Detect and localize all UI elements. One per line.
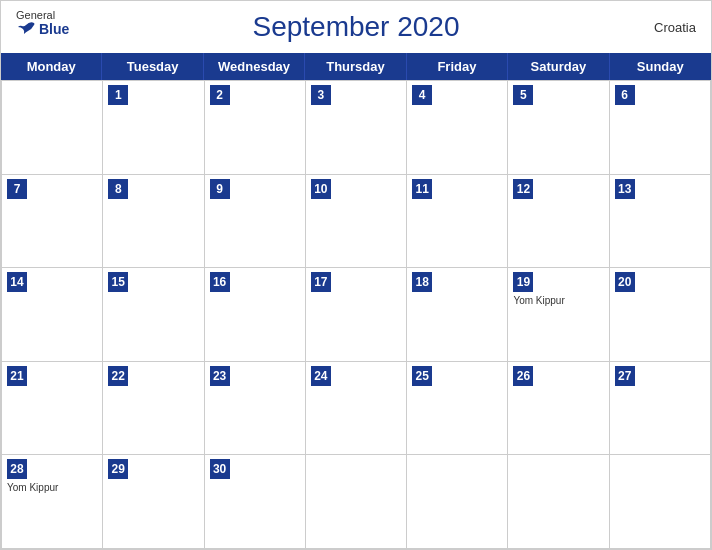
- cell-number: 3: [311, 85, 331, 105]
- cell-number: 19: [513, 272, 533, 292]
- cell-number: 28: [7, 459, 27, 479]
- logo-blue-text: Blue: [16, 21, 69, 37]
- calendar-cell: 6: [610, 81, 711, 175]
- cell-number: 14: [7, 272, 27, 292]
- calendar-cell: 25: [407, 362, 508, 456]
- cell-number: 16: [210, 272, 230, 292]
- calendar-header: General Blue September 2020 Croatia: [1, 1, 711, 53]
- cell-event: Yom Kippur: [513, 295, 603, 306]
- day-header-sunday: Sunday: [610, 53, 711, 80]
- cell-number: 5: [513, 85, 533, 105]
- month-title: September 2020: [252, 11, 459, 43]
- cell-number: 1: [108, 85, 128, 105]
- cell-number: 27: [615, 366, 635, 386]
- calendar-cell: 20: [610, 268, 711, 362]
- calendar-cell: 3: [306, 81, 407, 175]
- cell-number: 20: [615, 272, 635, 292]
- calendar-cell: 22: [103, 362, 204, 456]
- calendar-cell: 17: [306, 268, 407, 362]
- cell-number: 29: [108, 459, 128, 479]
- country-label: Croatia: [654, 20, 696, 35]
- cell-number: 26: [513, 366, 533, 386]
- cell-number: [311, 459, 331, 479]
- cell-number: 9: [210, 179, 230, 199]
- cell-number: 17: [311, 272, 331, 292]
- day-header-saturday: Saturday: [508, 53, 609, 80]
- calendar-cell: 5: [508, 81, 609, 175]
- day-header-tuesday: Tuesday: [102, 53, 203, 80]
- cell-number: 18: [412, 272, 432, 292]
- cell-number: 11: [412, 179, 432, 199]
- cell-number: [615, 459, 635, 479]
- calendar-cell: [306, 455, 407, 549]
- logo: General Blue: [16, 9, 69, 37]
- calendar-cell: 4: [407, 81, 508, 175]
- calendar-cell: 2: [205, 81, 306, 175]
- calendar-cell: 14: [2, 268, 103, 362]
- day-header-wednesday: Wednesday: [204, 53, 305, 80]
- cell-number: 25: [412, 366, 432, 386]
- calendar-cell: 23: [205, 362, 306, 456]
- cell-number: 24: [311, 366, 331, 386]
- calendar-grid: 12345678910111213141516171819Yom Kippur2…: [1, 80, 711, 549]
- cell-number: 15: [108, 272, 128, 292]
- cell-number: 8: [108, 179, 128, 199]
- cell-event: Yom Kippur: [7, 482, 97, 493]
- logo-general-text: General: [16, 9, 55, 21]
- calendar-cell: 11: [407, 175, 508, 269]
- cell-number: 7: [7, 179, 27, 199]
- calendar-cell: 19Yom Kippur: [508, 268, 609, 362]
- cell-number: 22: [108, 366, 128, 386]
- day-header-thursday: Thursday: [305, 53, 406, 80]
- calendar-container: General Blue September 2020 Croatia Mond…: [0, 0, 712, 550]
- cell-number: 21: [7, 366, 27, 386]
- calendar-cell: 27: [610, 362, 711, 456]
- day-headers: Monday Tuesday Wednesday Thursday Friday…: [1, 53, 711, 80]
- calendar-cell: [2, 81, 103, 175]
- calendar-cell: 9: [205, 175, 306, 269]
- calendar-cell: 21: [2, 362, 103, 456]
- cell-number: 23: [210, 366, 230, 386]
- cell-number: 30: [210, 459, 230, 479]
- calendar-cell: 7: [2, 175, 103, 269]
- logo-bird-icon: [16, 21, 36, 37]
- cell-number: [412, 459, 432, 479]
- cell-number: 4: [412, 85, 432, 105]
- calendar-cell: [508, 455, 609, 549]
- calendar-cell: 26: [508, 362, 609, 456]
- calendar-cell: 1: [103, 81, 204, 175]
- calendar-cell: 15: [103, 268, 204, 362]
- calendar-cell: 29: [103, 455, 204, 549]
- calendar-cell: 18: [407, 268, 508, 362]
- calendar-cell: 13: [610, 175, 711, 269]
- calendar-cell: [407, 455, 508, 549]
- calendar-cell: 10: [306, 175, 407, 269]
- cell-number: [513, 459, 533, 479]
- calendar-cell: 12: [508, 175, 609, 269]
- cell-number: 6: [615, 85, 635, 105]
- calendar-cell: [610, 455, 711, 549]
- calendar-cell: 16: [205, 268, 306, 362]
- day-header-friday: Friday: [407, 53, 508, 80]
- calendar-cell: 28Yom Kippur: [2, 455, 103, 549]
- cell-number: 2: [210, 85, 230, 105]
- cell-number: [7, 85, 27, 105]
- day-header-monday: Monday: [1, 53, 102, 80]
- cell-number: 13: [615, 179, 635, 199]
- cell-number: 12: [513, 179, 533, 199]
- calendar-cell: 8: [103, 175, 204, 269]
- calendar-cell: 30: [205, 455, 306, 549]
- calendar-cell: 24: [306, 362, 407, 456]
- cell-number: 10: [311, 179, 331, 199]
